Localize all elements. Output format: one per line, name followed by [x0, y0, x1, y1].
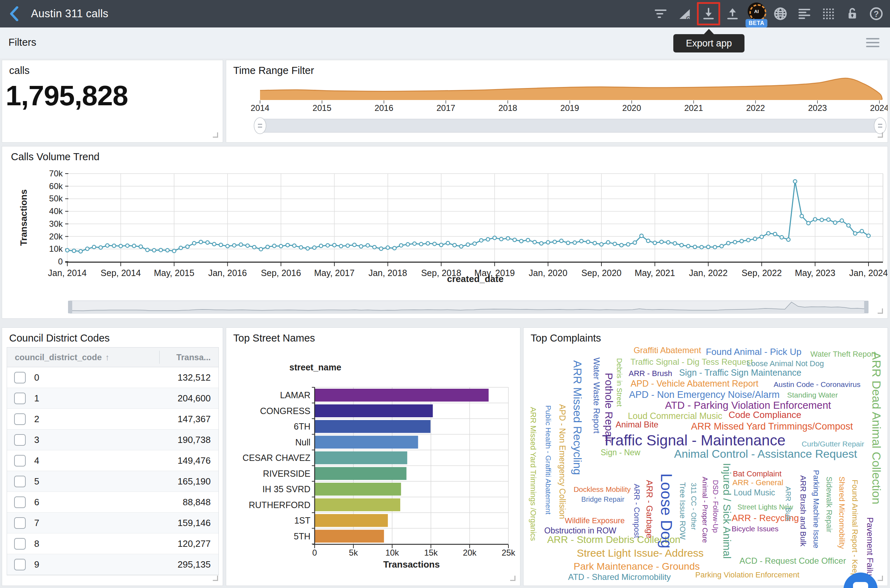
bar-cesar-chavez[interactable]	[315, 452, 407, 464]
cloud-word[interactable]: Parking Machine Issue	[812, 470, 820, 549]
column-header-transactions[interactable]: Transa...	[176, 352, 211, 362]
resize-handle[interactable]	[878, 308, 883, 314]
sort-asc-icon[interactable]: ↑	[105, 352, 110, 362]
table-row[interactable]: 6 88,848	[7, 492, 218, 513]
row-checkbox[interactable]	[14, 559, 26, 570]
scrollbar-handle-left[interactable]	[68, 301, 72, 314]
cloud-word[interactable]: Animal Control - Assistance Request	[674, 448, 857, 459]
row-checkbox[interactable]	[14, 496, 26, 508]
cloud-word[interactable]: Austin Code - Coronavirus	[774, 381, 860, 388]
cloud-word[interactable]: Code Compliance	[729, 410, 801, 419]
row-checkbox[interactable]	[14, 393, 26, 404]
table-row[interactable]: 8 120,277	[7, 533, 218, 554]
menu-icon[interactable]	[866, 38, 879, 47]
help-button[interactable]: ?	[864, 2, 888, 26]
back-button[interactable]	[9, 6, 20, 21]
cloud-word[interactable]: Sidewalk Repair	[825, 477, 833, 533]
street-bar-chart[interactable]: 05k10k15k20k25kLAMARCONGRESS6THNullCESAR…	[226, 328, 520, 585]
cloud-word[interactable]: Bicycle Issues	[731, 525, 778, 532]
cloud-word[interactable]: APD - Non Emergency Noise/Alarm	[629, 390, 780, 400]
cloud-word[interactable]: APD - Vehicle Abatement Report	[631, 379, 759, 388]
cloud-word[interactable]: Street Light Issue- Address	[577, 548, 704, 558]
cloud-word[interactable]: ARR - Bulk	[785, 487, 792, 522]
list-view-button[interactable]	[793, 2, 816, 26]
cloud-word[interactable]: ARR Missed Yard Trimmings /Organics	[529, 407, 537, 541]
table-row[interactable]: 4 149,476	[7, 450, 218, 471]
cloud-word[interactable]: ARR Brush and Bulk	[799, 476, 807, 546]
table-row[interactable]: 7 159,146	[7, 513, 218, 533]
cloud-word[interactable]: Graffiti Abatement	[633, 346, 701, 354]
table-row[interactable]: 5 165,190	[7, 471, 218, 492]
cloud-word[interactable]: Pothole Repair	[604, 373, 614, 442]
cloud-word[interactable]: ARR - Compost	[633, 484, 640, 538]
cloud-word[interactable]: Bat Complaint	[733, 470, 782, 478]
column-header-code[interactable]: council_district_code	[15, 352, 102, 362]
cloud-word[interactable]: Tree Issue ROW	[679, 482, 686, 540]
cloud-word[interactable]: Injured / Sick Animal	[722, 463, 732, 559]
cloud-word[interactable]: DSD - Follow-Up	[712, 480, 719, 533]
table-row[interactable]: 9 295,135	[7, 554, 218, 575]
cloud-word[interactable]: ARR - Brush	[628, 370, 672, 378]
row-checkbox[interactable]	[14, 517, 26, 529]
bar-ih-35-svrd[interactable]	[315, 483, 401, 496]
cloud-word[interactable]: Wildlife Exposure	[565, 517, 625, 525]
cloud-word[interactable]: Bridge Repair	[581, 496, 624, 503]
cloud-word[interactable]: 311 CC - Other	[690, 483, 697, 530]
resize-handle[interactable]	[213, 132, 218, 138]
bar-1st[interactable]	[315, 514, 388, 527]
cloud-word[interactable]: Loud Commercial Music	[628, 412, 722, 420]
cloud-word[interactable]: Obstruction in ROW	[544, 527, 616, 535]
bar-congress[interactable]	[315, 405, 433, 418]
volume-trend-chart[interactable]: Jan, 2014Sep, 2014May, 2015Jan, 2016Sep,…	[2, 147, 887, 318]
cloud-word[interactable]: Found Animal Report - Keep	[851, 480, 858, 578]
bar-rutherford[interactable]	[315, 499, 400, 512]
table-row[interactable]: 1 204,600	[7, 388, 218, 409]
table-row[interactable]: 3 190,738	[7, 429, 218, 450]
lock-button[interactable]	[841, 2, 864, 26]
cloud-word[interactable]: Park Maintenance - Grounds	[574, 562, 700, 572]
resize-handle[interactable]	[878, 576, 883, 581]
row-checkbox[interactable]	[14, 455, 26, 466]
cloud-word[interactable]: Public Health - Graffiti Abatement	[545, 405, 552, 514]
cloud-word[interactable]: Animal - Proper Care	[702, 477, 708, 543]
chart-settings-button[interactable]: ⚙	[673, 2, 696, 26]
cloud-word[interactable]: ARR Missed Yard Trimmings/Compost	[691, 422, 853, 431]
cloud-word[interactable]: Parking Violation Enforcement	[695, 571, 800, 579]
cloud-word[interactable]: Standing Water	[787, 391, 838, 399]
range-slider-handle[interactable]	[874, 118, 886, 134]
scrollbar-handle-right[interactable]	[864, 301, 869, 314]
cloud-word[interactable]: ACD - Request Code Officer	[740, 556, 846, 565]
row-checkbox[interactable]	[14, 434, 26, 446]
table-row[interactable]: 0 132,512	[7, 367, 218, 388]
cloud-word[interactable]: Curb/Gutter Repair	[801, 440, 864, 447]
cloud-word[interactable]: ARR - General	[732, 479, 783, 487]
resize-handle[interactable]	[213, 576, 218, 581]
cloud-word[interactable]: Water Theft Report	[810, 350, 876, 358]
row-checkbox[interactable]	[14, 372, 26, 383]
bar-lamar[interactable]	[315, 389, 489, 402]
resize-handle[interactable]	[878, 132, 883, 138]
cloud-word[interactable]: ATD - Shared Micromobility	[568, 573, 671, 581]
cloud-word[interactable]: ARR Missed Recycling	[572, 360, 583, 475]
app-logo[interactable]: AIBETA	[745, 2, 768, 26]
bar-6th[interactable]	[315, 420, 430, 433]
cloud-word[interactable]: Loose Dog	[658, 474, 674, 549]
column-divider[interactable]	[159, 351, 159, 364]
resize-handle[interactable]	[510, 576, 516, 581]
table-row[interactable]: 2 147,367	[7, 409, 218, 429]
cloud-word[interactable]: Traffic Signal - Maintenance	[602, 433, 786, 448]
grid-view-button[interactable]	[817, 2, 840, 26]
bar-5th[interactable]	[315, 530, 384, 543]
import-app-button[interactable]	[721, 2, 744, 26]
cloud-word[interactable]: APD - Non Emergency Collision	[558, 404, 566, 519]
cloud-word[interactable]: Sign - Traffic Sign Maintenance	[679, 368, 801, 377]
cloud-word[interactable]: Sign - New	[601, 448, 640, 457]
cloud-word[interactable]: Loud Music	[734, 489, 775, 497]
cloud-word[interactable]: ATD - Parking Violation Enforcement	[665, 400, 831, 411]
cloud-word[interactable]: Traffic Signal - Dig Tess Request	[630, 358, 753, 366]
cloud-word[interactable]: Shared Micromobility	[838, 476, 846, 549]
cloud-word[interactable]: Animal Bite	[615, 420, 658, 429]
row-checkbox[interactable]	[14, 538, 26, 550]
cloud-word[interactable]: Dockless Mobility	[574, 486, 631, 493]
row-checkbox[interactable]	[14, 476, 26, 487]
